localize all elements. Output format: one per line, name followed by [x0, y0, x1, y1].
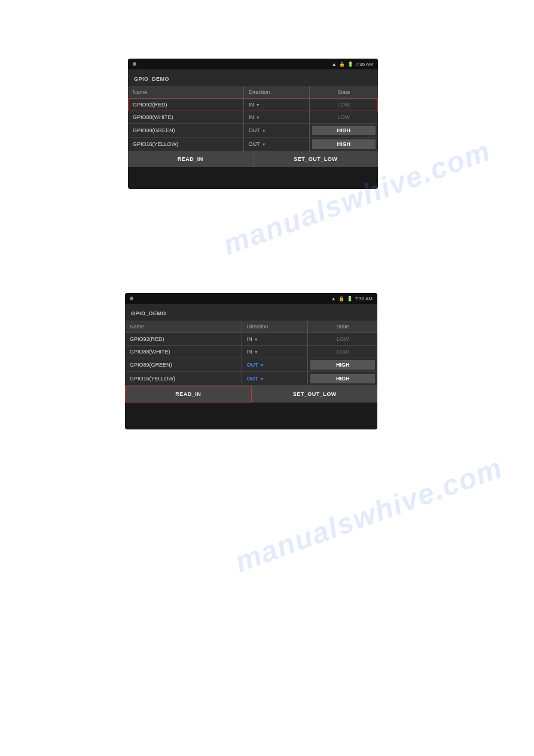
wifi-icon-bottom: ▲ — [331, 296, 336, 301]
read-in-button-bottom[interactable]: READ_IN — [125, 386, 252, 403]
row1-name-top: GPIO92(RED) — [128, 99, 243, 111]
table-row[interactable]: GPIO16(YELLOW) OUT ▼ HIGH — [125, 372, 377, 386]
row2-name-top: GPIO88(WHITE) — [128, 111, 243, 124]
header-name-top: Name — [128, 86, 243, 99]
row3-name-top: GPIO89(GREEN) — [128, 124, 243, 138]
screenshot-bottom: ▲ 🔒 🔋 7:36 AM GPIO_DEMO Name Direction S… — [125, 293, 377, 429]
high-button-row3-bottom[interactable]: HIGH — [310, 360, 375, 370]
status-bar-bottom: ▲ 🔒 🔋 7:36 AM — [125, 293, 377, 304]
table-header-bottom: Name Direction State — [125, 321, 377, 333]
header-state-top: State — [309, 86, 378, 99]
status-bar-top: ▲ 🔒 🔋 7:36 AM — [128, 59, 378, 69]
status-dot-top — [133, 62, 136, 66]
row1-state-bottom: LOW — [308, 333, 377, 346]
bottom-buttons-top: READ_IN SET_OUT_LOW — [128, 151, 378, 167]
table-row[interactable]: GPIO92(RED) IN ▼ LOW — [128, 99, 378, 111]
table-row[interactable]: GPIO88(WHITE) IN ▼ LOW — [125, 346, 377, 358]
row1-state-top: LOW — [309, 99, 378, 111]
wifi-icon-top: ▲ — [332, 62, 337, 67]
set-out-low-button-top[interactable]: SET_OUT_LOW — [253, 151, 379, 167]
row4-dir-top: OUT ▼ — [243, 138, 309, 151]
row2-name-bottom: GPIO88(WHITE) — [125, 346, 242, 358]
app-title-top: GPIO_DEMO — [134, 76, 169, 82]
table-row[interactable]: GPIO89(GREEN) OUT ▼ HIGH — [125, 358, 377, 372]
row3-name-bottom: GPIO89(GREEN) — [125, 358, 242, 372]
table-row[interactable]: GPIO88(WHITE) IN ▼ LOW — [128, 111, 378, 124]
gpio-table-bottom: Name Direction State GPIO92(RED) IN ▼ LO… — [125, 321, 377, 386]
app-title-bottom: GPIO_DEMO — [131, 310, 166, 316]
row2-state-bottom: LOW — [308, 346, 377, 358]
row1-dir-top: IN ▼ — [243, 99, 309, 111]
high-button-row3-top[interactable]: HIGH — [312, 126, 376, 135]
row4-state-bottom[interactable]: HIGH — [308, 372, 377, 386]
status-right-bottom: ▲ 🔒 🔋 7:36 AM — [331, 296, 373, 301]
row2-dir-bottom: IN ▼ — [242, 346, 308, 358]
app-title-bar-bottom: GPIO_DEMO — [125, 304, 377, 321]
row4-state-top[interactable]: HIGH — [309, 138, 378, 151]
row4-name-top: GPIO16(YELLOW) — [128, 138, 243, 151]
time-top: 7:36 AM — [356, 62, 373, 67]
table-row[interactable]: GPIO16(YELLOW) OUT ▼ HIGH — [128, 138, 378, 151]
lock-icon-bottom: 🔒 — [338, 296, 344, 301]
table-row[interactable]: GPIO89(GREEN) OUT ▼ HIGH — [128, 124, 378, 138]
set-out-low-button-bottom[interactable]: SET_OUT_LOW — [252, 386, 378, 403]
status-dot-bottom — [130, 297, 133, 300]
battery-icon-bottom: 🔋 — [347, 296, 353, 301]
gpio-table-top: Name Direction State GPIO92(RED) IN ▼ LO… — [128, 86, 378, 151]
time-bottom: 7:36 AM — [355, 296, 373, 301]
row1-name-bottom: GPIO92(RED) — [125, 333, 242, 346]
watermark-bottom: manualswhive.com — [230, 449, 508, 581]
table-row[interactable]: GPIO92(RED) IN ▼ LOW — [125, 333, 377, 346]
row3-dir-bottom: OUT ▼ — [242, 358, 308, 372]
row2-state-top: LOW — [309, 111, 378, 124]
app-title-bar-top: GPIO_DEMO — [128, 69, 378, 86]
high-button-row4-bottom[interactable]: HIGH — [310, 374, 375, 383]
row3-state-top[interactable]: HIGH — [309, 124, 378, 138]
row4-dir-bottom: OUT ▼ — [242, 372, 308, 386]
row3-state-bottom[interactable]: HIGH — [308, 358, 377, 372]
read-in-button-top[interactable]: READ_IN — [128, 151, 253, 167]
battery-icon-top: 🔋 — [347, 62, 353, 67]
header-direction-top: Direction — [243, 86, 309, 99]
row3-dir-top: OUT ▼ — [243, 124, 309, 138]
row4-name-bottom: GPIO16(YELLOW) — [125, 372, 242, 386]
lock-icon-top: 🔒 — [339, 62, 345, 67]
screenshot-top: ▲ 🔒 🔋 7:36 AM GPIO_DEMO Name Direction S… — [128, 59, 378, 189]
high-button-row4-top[interactable]: HIGH — [312, 139, 376, 149]
table-header-top: Name Direction State — [128, 86, 378, 99]
row2-dir-top: IN ▼ — [243, 111, 309, 124]
header-state-bottom: State — [308, 321, 377, 333]
status-right-top: ▲ 🔒 🔋 7:36 AM — [332, 62, 373, 67]
header-direction-bottom: Direction — [242, 321, 308, 333]
header-name-bottom: Name — [125, 321, 242, 333]
bottom-buttons-bottom: READ_IN SET_OUT_LOW — [125, 386, 377, 403]
row1-dir-bottom: IN ▼ — [242, 333, 308, 346]
